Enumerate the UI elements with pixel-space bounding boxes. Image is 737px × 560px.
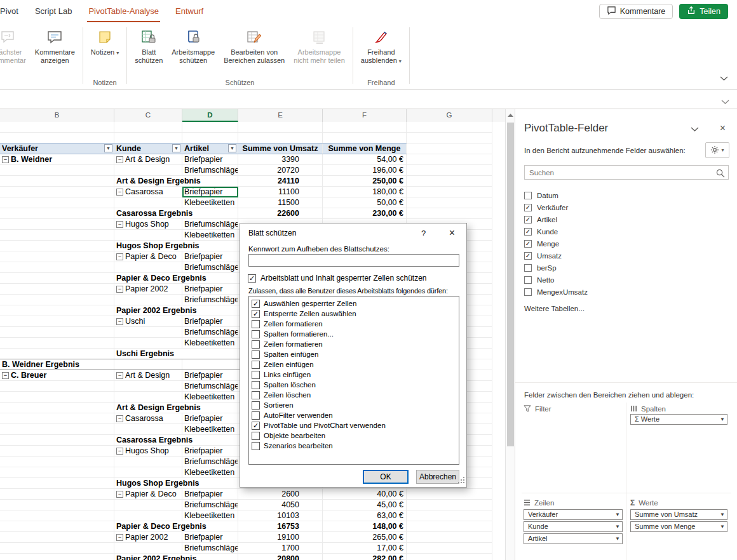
cell[interactable]: 180,00 €	[323, 187, 407, 197]
cell[interactable]	[0, 381, 114, 391]
collapse-button[interactable]: −	[116, 372, 123, 379]
hide-ink-button[interactable]: Freihandausblenden ▾	[356, 25, 406, 65]
cell[interactable]	[0, 295, 114, 305]
cell[interactable]: Art & Design Ergebnis	[114, 403, 238, 413]
collapse-button[interactable]: −	[116, 221, 123, 228]
cell[interactable]: 16753	[238, 521, 323, 531]
permission-checkbox[interactable]	[252, 340, 260, 349]
show-comments-button[interactable]: Kommentareanzeigen	[30, 25, 79, 65]
cell[interactable]: 1700	[238, 543, 323, 553]
cell[interactable]: Klebeetiketten	[182, 424, 238, 434]
cell[interactable]	[407, 187, 492, 197]
area-item-kunde[interactable]: Kunde▼	[524, 521, 623, 532]
cell[interactable]	[0, 327, 114, 337]
permission-zeilen-löschen[interactable]: Zeilen löschen	[249, 390, 459, 400]
cell[interactable]: Briefumschläge	[182, 381, 238, 391]
column-header-F[interactable]: F	[323, 109, 407, 122]
notes-button[interactable]: Notizen ▾	[86, 25, 123, 57]
cell[interactable]: 22600	[238, 208, 323, 218]
cell[interactable]	[407, 143, 492, 154]
cell[interactable]: −Papier & Deco	[114, 489, 182, 499]
cell[interactable]	[0, 133, 114, 143]
cell[interactable]: Papier 2002 Ergebnis	[114, 305, 238, 316]
cell[interactable]	[114, 500, 182, 510]
collapse-button[interactable]: −	[116, 156, 123, 163]
field-checkbox[interactable]	[524, 288, 532, 296]
share-button[interactable]: Teilen	[679, 4, 728, 19]
field-checkbox[interactable]: ✓	[524, 216, 532, 223]
collapse-button[interactable]: −	[116, 534, 123, 541]
permission-checkbox[interactable]	[252, 371, 260, 379]
field-item-mengexumsatz[interactable]: MengexUmsatz	[524, 286, 729, 298]
cell[interactable]	[0, 510, 114, 521]
field-checkbox[interactable]	[524, 276, 532, 284]
cell[interactable]	[114, 543, 182, 553]
collapse-button[interactable]: −	[116, 448, 123, 455]
cell[interactable]: −Papier 2002	[114, 284, 182, 294]
protect-workbook-button[interactable]: Arbeitsmappeschützen	[167, 25, 219, 65]
field-checkbox[interactable]: ✓	[524, 204, 532, 211]
collapse-ribbon-chevron-icon[interactable]	[720, 72, 728, 84]
cell[interactable]: Briefpapier	[182, 316, 238, 326]
cell[interactable]: 10103	[238, 510, 323, 521]
more-tables-link[interactable]: Weitere Tabellen...	[524, 305, 585, 312]
cell[interactable]	[0, 457, 114, 467]
field-item-datum[interactable]: Datum	[524, 189, 729, 201]
cell[interactable]: Briefpapier	[182, 251, 238, 262]
pane-chevron-down-icon[interactable]	[691, 126, 699, 133]
cell[interactable]	[323, 133, 407, 143]
cell[interactable]: 20800	[238, 554, 323, 560]
cell[interactable]	[114, 230, 182, 240]
permission-sortieren[interactable]: Sortieren	[249, 400, 459, 410]
collapse-button[interactable]: −	[116, 286, 123, 293]
cell[interactable]	[0, 219, 114, 229]
cell[interactable]	[182, 133, 238, 143]
cell[interactable]	[0, 413, 114, 423]
permission-checkbox[interactable]	[252, 361, 260, 369]
cell[interactable]: Briefumschläge	[182, 262, 238, 272]
area-item-artikel[interactable]: Artikel▼	[524, 533, 623, 544]
cell[interactable]	[114, 359, 182, 370]
cell[interactable]	[0, 554, 114, 560]
field-item-menge[interactable]: ✓Menge	[524, 237, 729, 250]
permission-checkbox[interactable]	[252, 442, 260, 450]
password-input[interactable]	[248, 254, 459, 267]
cell[interactable]	[114, 381, 182, 391]
pivot-header-cell-f[interactable]: Summe von Menge	[323, 143, 407, 154]
cell[interactable]: Hugos Shop Ergebnis	[114, 241, 238, 251]
cell[interactable]	[0, 197, 114, 208]
cell[interactable]: Briefumschläge	[182, 500, 238, 510]
cell[interactable]: 40,00 €	[323, 489, 407, 499]
cell[interactable]	[114, 510, 182, 521]
cell[interactable]: Art & Design Ergebnis	[114, 176, 238, 186]
permission-checkbox[interactable]	[252, 381, 260, 389]
scroll-up-arrow-icon[interactable]	[506, 109, 515, 121]
ok-button[interactable]: OK	[363, 470, 409, 484]
cell[interactable]: 11100	[238, 187, 323, 197]
collapse-button[interactable]: −	[116, 253, 123, 260]
cell[interactable]	[407, 543, 492, 553]
permission-checkbox[interactable]: ✓	[252, 310, 260, 318]
ribbon-tab-pivottable-analyse[interactable]: PivotTable-Analyse	[80, 0, 167, 22]
cell[interactable]	[114, 457, 182, 467]
cell[interactable]	[0, 424, 114, 434]
cell[interactable]: 54,00 €	[323, 154, 407, 164]
cell[interactable]: Papier & Deco Ergebnis	[114, 273, 238, 283]
cell[interactable]: Papier 2002 Ergebnis	[114, 554, 238, 560]
permission-zellen-formatieren[interactable]: Zellen formatieren	[249, 319, 459, 329]
cell[interactable]	[0, 176, 114, 186]
collapse-button[interactable]: −	[2, 372, 9, 379]
cell[interactable]	[114, 327, 182, 337]
area-item-werte[interactable]: Σ Werte▼	[630, 414, 727, 425]
cell[interactable]: 196,00 €	[323, 165, 407, 175]
cell[interactable]: Papier & Deco Ergebnis	[114, 521, 238, 531]
selected-cell[interactable]: Briefpapier	[182, 187, 238, 197]
cell[interactable]: 282,00 €	[323, 554, 407, 560]
cell[interactable]	[0, 338, 114, 348]
cell[interactable]	[114, 424, 182, 434]
permission-pivottable-und-pivotchart-verwenden[interactable]: ✓PivotTable und PivotChart verwenden	[249, 420, 459, 430]
cell[interactable]: Briefumschläge	[182, 295, 238, 305]
cell[interactable]: Briefpapier	[182, 489, 238, 499]
cell[interactable]	[407, 133, 492, 143]
filter-button[interactable]: ▼	[228, 144, 236, 152]
